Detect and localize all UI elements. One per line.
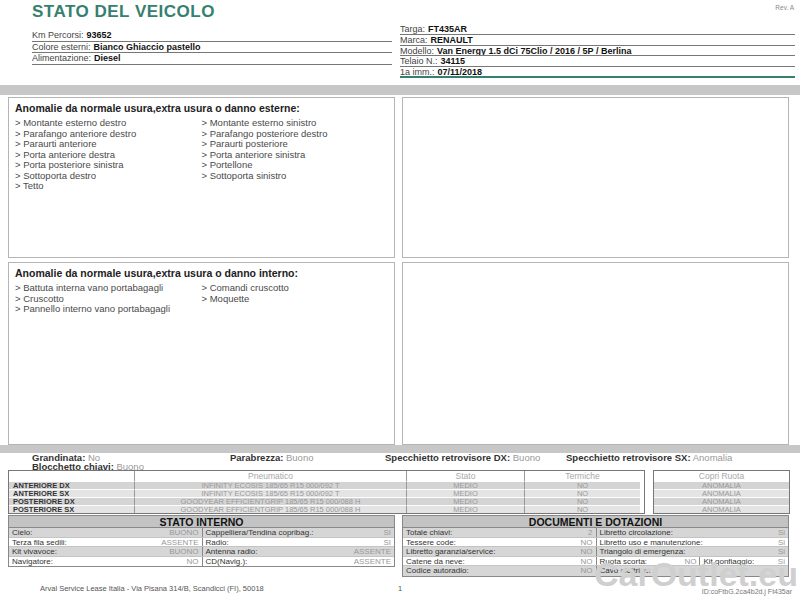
anomaly-item: > Montante esterno destro xyxy=(15,118,194,129)
tire-winter: NO xyxy=(525,497,640,505)
interior-state-table: STATO INTERNO Cielo:BUONO Cappelliera/Te… xyxy=(8,515,395,567)
internal-anomalies-col-right: > Comandi cruscotto > Moquette xyxy=(202,283,389,315)
field-alimentazione: Alimentazione:Diesel xyxy=(32,53,392,65)
table-cell: CD(Navig.):ASSENTE xyxy=(202,557,395,567)
tire-position: ANTERIORE DX xyxy=(9,481,135,489)
footer-company-address: Arval Service Lease Italia - Via Pisana … xyxy=(40,584,264,593)
cell-value: 2 xyxy=(588,528,592,537)
external-anomalies-col-left: > Montante esterno destro > Parafango an… xyxy=(15,118,202,192)
condition-label: Specchietto retrovisore DX: xyxy=(385,452,510,463)
field-value: Van Energy 1.5 dCi 75Clio / 2016 / 5P / … xyxy=(437,46,631,56)
anomaly-item: > Comandi cruscotto xyxy=(202,283,381,294)
field-value: 34115 xyxy=(441,56,466,66)
external-anomalies-col-right: > Montante esterno sinistro > Parafango … xyxy=(202,118,389,192)
anomaly-item: > Montante esterno sinistro xyxy=(202,118,381,129)
interior-state-title: STATO INTERNO xyxy=(9,516,394,528)
cell-value: ASSENTE xyxy=(354,547,391,556)
tire-table: Pneumatico Stato Termiche ANTERIORE DX I… xyxy=(8,470,645,514)
cell-value: BUONO xyxy=(169,528,198,537)
tire-state: MEDIO xyxy=(407,481,525,489)
field-value: Diesel xyxy=(94,53,121,63)
field-label: Alimentazione: xyxy=(32,53,91,63)
cell-value: NO xyxy=(581,566,593,576)
wheel-cover-state: ANOMALIA xyxy=(654,481,789,489)
field-label: Km Percorsi: xyxy=(32,30,84,40)
table-row: Navigatore:NO CD(Navig.):ASSENTE xyxy=(9,557,394,567)
field-label: Telaio N.: xyxy=(400,56,438,66)
field-modello: Modello:Van Energy 1.5 dCi 75Clio / 2016… xyxy=(400,46,795,57)
cell-value: SI xyxy=(383,538,391,547)
tire-model: GOODYEAR EFFICIENTGRIP 185/65 R15 000/08… xyxy=(135,505,407,513)
external-anomalies-box: Anomalie da normale usura,extra usura o … xyxy=(8,97,395,258)
cell-value: ASSENTE xyxy=(161,538,198,547)
external-anomalies-notes-box xyxy=(402,97,789,258)
vehicle-status-report: STATO DEL VEICOLO Rev. A Km Percorsi:936… xyxy=(0,0,800,600)
cell-label: Catene da neve: xyxy=(406,557,465,566)
table-cell: Cappelliera/Tendina copribag.:SI xyxy=(202,528,395,537)
wheel-cover-header: Copri Ruota xyxy=(654,471,789,481)
field-prima-immatricolazione: 1a imm.:07/11/2018 xyxy=(400,67,795,78)
table-row: Cielo:BUONO Cappelliera/Tendina copribag… xyxy=(9,528,394,538)
internal-anomalies-col-left: > Battuta interna vano portabagagli > Cr… xyxy=(15,283,202,315)
cell-label: Libretto uso e manutenzione: xyxy=(600,538,703,547)
field-value: RENAULT xyxy=(431,35,473,45)
cell-label: Terza fila sedili: xyxy=(12,538,67,547)
cell-label: Totale chiavi: xyxy=(406,528,452,537)
field-value: 93652 xyxy=(87,30,112,40)
cell-label: Tessere code: xyxy=(406,538,456,547)
cell-value: NO xyxy=(581,547,593,556)
cell-label: Codice autoradio: xyxy=(406,566,469,576)
tire-winter: NO xyxy=(525,505,640,513)
field-km-percorsi: Km Percorsi:93652 xyxy=(32,30,392,42)
field-telaio: Telaio N.:34115 xyxy=(400,56,795,67)
anomaly-item: > Battuta interna vano portabagagli xyxy=(15,283,194,294)
condition-value: Buono xyxy=(513,452,540,463)
cell-value: NO xyxy=(581,557,593,566)
cell-label: Navigatore: xyxy=(12,557,53,567)
tire-position: ANTERIORE SX xyxy=(9,489,135,497)
external-anomalies-list: > Montante esterno destro > Parafango an… xyxy=(9,117,394,193)
table-cell: Cielo:BUONO xyxy=(9,528,202,537)
wheel-cover-state: ANOMALIA xyxy=(654,489,789,497)
field-value: 07/11/2018 xyxy=(438,67,483,77)
table-row: Tessere code:NO Libretto uso e manutenzi… xyxy=(403,538,788,548)
anomaly-item: > Porta posteriore sinistra xyxy=(15,160,194,171)
tire-model: GOODYEAR EFFICIENTGRIP 185/65 R15 000/08… xyxy=(135,497,407,505)
revision-label: Rev. A xyxy=(775,4,794,11)
documents-equipment-title: DOCUMENTI E DOTAZIONI xyxy=(403,516,788,528)
tire-position: POSTERIORE DX xyxy=(9,497,135,505)
table-cell: Antenna radio:ASSENTE xyxy=(202,547,395,556)
anomaly-item: > Paraurti posteriore xyxy=(202,139,381,150)
table-cell: Kit vivavoce:BUONO xyxy=(9,547,202,556)
table-cell: Libretto garanzia/service:NO xyxy=(403,547,596,556)
field-label: Colore esterni: xyxy=(32,42,91,52)
tire-model: INFINITY ECOSIS 185/65 R15 000/092 T xyxy=(135,489,407,497)
cell-value: NO xyxy=(581,538,593,547)
cell-label: Radio: xyxy=(206,538,229,547)
field-colore-esterni: Colore esterni:Bianco Ghiaccio pastello xyxy=(32,42,392,54)
table-row: Totale chiavi:2 Libretto circolazione:Si xyxy=(403,528,788,538)
cell-label: CD(Navig.): xyxy=(206,557,248,567)
footer-page-number: 1 xyxy=(398,584,402,593)
table-cell: Libretto circolazione:Si xyxy=(596,528,789,537)
cell-label: Cappelliera/Tendina copribag.: xyxy=(206,528,314,537)
condition-value: Anomalia xyxy=(693,452,733,463)
wheel-cover-state: ANOMALIA xyxy=(654,505,789,513)
vehicle-fields-left: Km Percorsi:93652 Colore esterni:Bianco … xyxy=(32,30,392,65)
table-row: Kit vivavoce:BUONO Antenna radio:ASSENTE xyxy=(9,547,394,557)
tire-header-empty xyxy=(9,471,135,481)
external-anomalies-title: Anomalie da normale usura,extra usura o … xyxy=(9,98,394,117)
internal-anomalies-notes-box xyxy=(402,262,789,445)
condition-value: Buono xyxy=(286,452,313,463)
cell-value: Si xyxy=(778,538,785,547)
condition-specchietto-dx: Specchietto retrovisore DX: Buono xyxy=(385,453,540,463)
field-label: Targa: xyxy=(400,24,425,34)
condition-label: Parabrezza: xyxy=(230,452,283,463)
table-cell: Totale chiavi:2 xyxy=(403,528,596,537)
internal-anomalies-title: Anomalie da normale usura,extra usura o … xyxy=(9,263,394,282)
tire-header-stato: Stato xyxy=(407,471,525,481)
anomaly-item: > Portellone xyxy=(202,160,381,171)
tire-header-termiche: Termiche xyxy=(525,471,640,481)
cell-label: Libretto circolazione: xyxy=(600,528,673,537)
table-cell: Codice autoradio:NO xyxy=(403,566,596,576)
